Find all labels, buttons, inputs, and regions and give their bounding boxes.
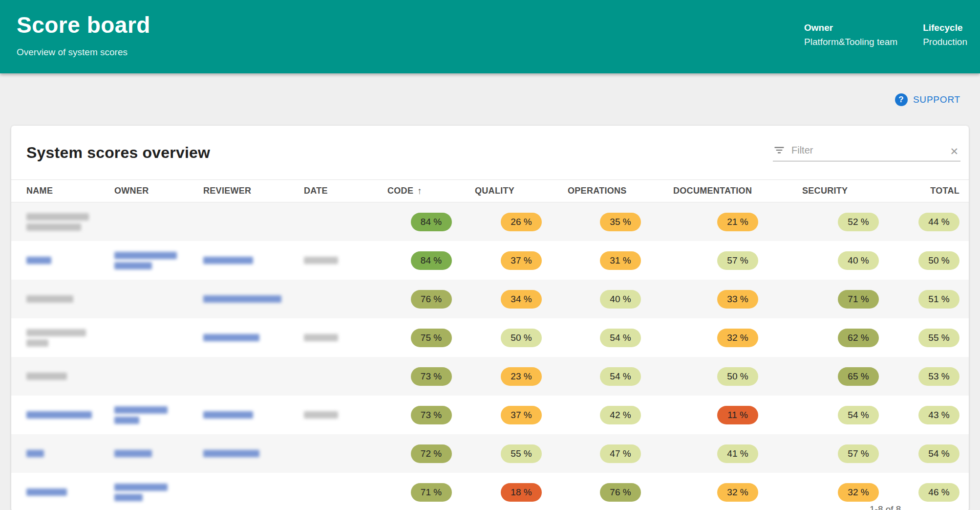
operations-score-cell: 47 % bbox=[568, 444, 673, 463]
quality-score-pill: 26 % bbox=[501, 213, 542, 231]
reviewer-redacted-text[interactable] bbox=[203, 295, 281, 303]
column-header-reviewer[interactable]: REVIEWER bbox=[203, 186, 304, 196]
operations-score-cell: 35 % bbox=[568, 213, 673, 231]
operations-score-cell: 42 % bbox=[568, 406, 673, 424]
quality-score-cell: 37 % bbox=[475, 406, 568, 424]
code-score-pill: 75 % bbox=[411, 329, 452, 347]
quality-score-cell: 50 % bbox=[475, 329, 568, 347]
reviewer-redacted-text[interactable] bbox=[203, 450, 259, 457]
table-row: 75 %50 %54 %32 %62 %55 % bbox=[11, 318, 969, 357]
quality-score-cell: 18 % bbox=[475, 483, 568, 502]
code-score-pill: 84 % bbox=[411, 251, 452, 270]
header-meta-lifecycle: LifecycleProduction bbox=[923, 22, 967, 73]
quality-score-pill: 18 % bbox=[501, 483, 542, 502]
owner-cell bbox=[114, 484, 203, 501]
security-score-cell: 32 % bbox=[802, 483, 915, 502]
name-cell bbox=[11, 295, 114, 303]
quality-score-pill: 37 % bbox=[501, 406, 542, 424]
documentation-score-pill: 21 % bbox=[717, 213, 758, 231]
owner-redacted-text[interactable] bbox=[114, 484, 168, 491]
scores-card: System scores overview ✕ NAMEOWNERREVIEW… bbox=[11, 126, 969, 510]
column-header-owner[interactable]: OWNER bbox=[114, 186, 203, 196]
name-cell bbox=[11, 450, 114, 457]
quality-score-cell: 55 % bbox=[475, 444, 568, 463]
security-score-pill: 65 % bbox=[838, 367, 879, 386]
name-redacted-text[interactable] bbox=[26, 488, 67, 496]
name-cell bbox=[11, 257, 114, 264]
total-score-pill: 51 % bbox=[918, 290, 959, 309]
documentation-score-cell: 11 % bbox=[673, 406, 802, 424]
filter-field: ✕ bbox=[773, 144, 960, 161]
quality-score-cell: 23 % bbox=[475, 367, 568, 386]
column-header-operations[interactable]: OPERATIONS bbox=[568, 186, 673, 196]
owner-redacted-text[interactable] bbox=[114, 406, 168, 414]
column-header-documentation[interactable]: DOCUMENTATION bbox=[673, 186, 802, 196]
app-header: Score board Overview of system scores Ow… bbox=[0, 0, 980, 73]
code-score-cell: 72 % bbox=[387, 444, 475, 463]
operations-score-cell: 40 % bbox=[568, 290, 673, 309]
security-score-pill: 54 % bbox=[838, 406, 879, 424]
security-score-pill: 32 % bbox=[838, 483, 879, 502]
operations-score-pill: 40 % bbox=[600, 290, 641, 309]
total-score-cell: 50 % bbox=[915, 251, 969, 270]
date-redacted-text bbox=[304, 257, 338, 264]
date-cell bbox=[304, 411, 387, 419]
total-score-pill: 44 % bbox=[918, 213, 959, 231]
scores-card-header: System scores overview ✕ bbox=[11, 126, 969, 179]
owner-redacted-text[interactable] bbox=[114, 262, 152, 269]
operations-score-cell: 31 % bbox=[568, 251, 673, 270]
table-body: 84 %26 %35 %21 %52 %44 %84 %37 %31 %57 %… bbox=[11, 202, 969, 510]
total-score-pill: 50 % bbox=[918, 251, 959, 270]
security-score-pill: 40 % bbox=[838, 251, 879, 270]
code-score-cell: 75 % bbox=[387, 329, 475, 347]
reviewer-redacted-text[interactable] bbox=[203, 411, 253, 419]
column-header-date[interactable]: DATE bbox=[304, 186, 387, 196]
security-score-pill: 62 % bbox=[838, 329, 879, 347]
documentation-score-pill: 57 % bbox=[717, 251, 758, 270]
security-score-cell: 65 % bbox=[802, 367, 915, 386]
header-meta-owner: OwnerPlatform&Tooling team bbox=[804, 22, 897, 73]
code-score-pill: 72 % bbox=[411, 444, 452, 463]
reviewer-redacted-text[interactable] bbox=[203, 257, 253, 264]
reviewer-redacted-text[interactable] bbox=[203, 334, 259, 341]
name-redacted-text[interactable] bbox=[26, 411, 92, 419]
quality-score-pill: 34 % bbox=[501, 290, 542, 309]
total-score-pill: 46 % bbox=[918, 483, 959, 502]
column-header-total[interactable]: TOTAL bbox=[915, 186, 969, 196]
table-row: 73 %37 %42 %11 %54 %43 % bbox=[11, 396, 969, 434]
clear-filter-icon[interactable]: ✕ bbox=[950, 146, 960, 156]
support-link[interactable]: ? SUPPORT bbox=[895, 93, 960, 106]
documentation-score-cell: 32 % bbox=[673, 483, 802, 502]
total-score-cell: 43 % bbox=[915, 406, 969, 424]
owner-redacted-text[interactable] bbox=[114, 450, 152, 457]
column-header-quality[interactable]: QUALITY bbox=[475, 186, 568, 196]
column-header-code[interactable]: CODE↑ bbox=[387, 186, 475, 197]
support-link-label: SUPPORT bbox=[913, 94, 960, 105]
date-redacted-text bbox=[304, 334, 338, 341]
security-score-cell: 71 % bbox=[802, 290, 915, 309]
meta-label: Lifecycle bbox=[923, 22, 967, 33]
arrow-up-icon: ↑ bbox=[417, 186, 422, 197]
owner-redacted-text[interactable] bbox=[114, 252, 177, 259]
table-row: 72 %55 %47 %41 %57 %54 % bbox=[11, 434, 969, 473]
column-header-security[interactable]: SECURITY bbox=[802, 186, 915, 196]
owner-redacted-text[interactable] bbox=[114, 417, 139, 424]
name-redacted-text[interactable] bbox=[26, 257, 51, 264]
operations-score-cell: 54 % bbox=[568, 329, 673, 347]
operations-score-pill: 54 % bbox=[600, 367, 641, 386]
operations-score-pill: 35 % bbox=[600, 213, 641, 231]
column-header-name[interactable]: NAME bbox=[11, 186, 114, 196]
name-redacted-text bbox=[26, 223, 81, 231]
security-score-pill: 52 % bbox=[838, 213, 879, 231]
filter-input[interactable] bbox=[790, 144, 945, 156]
support-row: ? SUPPORT bbox=[0, 73, 980, 126]
owner-redacted-text[interactable] bbox=[114, 494, 143, 501]
total-score-pill: 43 % bbox=[918, 406, 959, 424]
total-score-cell: 44 % bbox=[915, 213, 969, 231]
code-score-pill: 76 % bbox=[411, 290, 452, 309]
security-score-cell: 62 % bbox=[802, 329, 915, 347]
documentation-score-cell: 57 % bbox=[673, 251, 802, 270]
date-cell bbox=[304, 334, 387, 341]
name-redacted-text[interactable] bbox=[26, 450, 44, 457]
operations-score-cell: 54 % bbox=[568, 367, 673, 386]
